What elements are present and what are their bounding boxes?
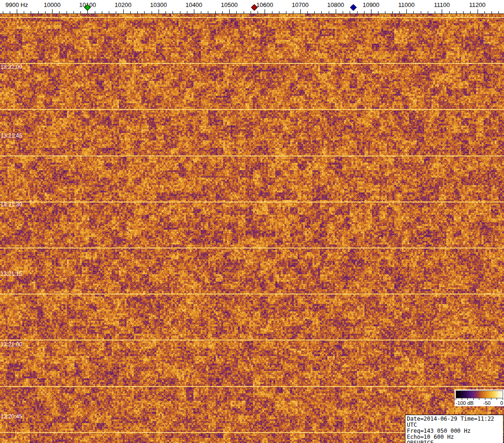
ruler-minor-tick — [413, 11, 414, 13]
ruler-minor-tick — [102, 11, 102, 13]
frequency-tick-label: 10900 — [363, 1, 379, 8]
color-scale-gradient — [456, 390, 503, 398]
ruler-minor-tick — [484, 11, 485, 13]
ruler-minor-tick — [66, 11, 67, 13]
ruler-minor-tick — [130, 11, 131, 13]
waterfall-canvas — [0, 14, 504, 443]
ruler-minor-tick — [24, 11, 24, 13]
ruler-minor-tick — [80, 11, 81, 13]
ruler-minor-tick — [109, 11, 109, 13]
ruler-minor-tick — [201, 11, 201, 13]
ruler-minor-tick — [45, 11, 46, 13]
frequency-tick-label: 10000 — [44, 1, 60, 8]
ruler-minor-tick — [421, 11, 421, 13]
waterfall-plot: 13:22:0013:21:4513:21:3013:21:1513:21:00… — [0, 14, 504, 443]
ruler-minor-tick — [343, 11, 343, 13]
ruler-major-tick — [123, 9, 124, 13]
ruler-minor-tick — [456, 11, 457, 13]
ruler-minor-tick — [392, 11, 393, 13]
ruler-minor-tick — [144, 11, 145, 13]
frequency-tick-label: 10800 — [327, 1, 344, 8]
ruler-minor-tick — [314, 11, 315, 13]
legend-label-mid: -50 — [483, 400, 491, 406]
ruler-minor-tick — [272, 11, 272, 13]
ruler-minor-tick — [59, 11, 60, 13]
frequency-tick-label: 11000 — [398, 1, 415, 8]
frequency-tick-label: 10500 — [221, 1, 238, 8]
time-tick-label: 13:21:30 — [0, 201, 22, 208]
ruler-minor-tick — [463, 11, 464, 13]
ruler-major-tick — [300, 9, 301, 13]
ruler-minor-tick — [187, 11, 187, 13]
ruler-minor-tick — [435, 11, 435, 13]
ruler-minor-tick — [222, 11, 223, 13]
ruler-major-tick — [194, 9, 194, 13]
ruler-minor-tick — [10, 11, 10, 13]
ruler-major-tick — [17, 9, 17, 13]
time-tick-label: 13:22:00 — [0, 64, 22, 70]
ruler-minor-tick — [307, 11, 308, 13]
marker-blue-diamond-icon[interactable] — [350, 4, 357, 11]
ruler-minor-tick — [258, 11, 258, 13]
ruler-minor-tick — [208, 11, 208, 13]
ruler-minor-tick — [286, 11, 286, 13]
ruler-major-tick — [159, 9, 159, 13]
ruler-minor-tick — [31, 11, 31, 13]
ruler-minor-tick — [428, 11, 428, 13]
ruler-minor-tick — [378, 11, 378, 13]
ruler-minor-tick — [3, 11, 3, 13]
ruler-minor-tick — [329, 11, 329, 13]
frequency-ruler: 9900 Hz100001010010200103001040010500106… — [0, 0, 504, 14]
ruler-minor-tick — [95, 11, 95, 13]
ruler-minor-tick — [152, 11, 152, 13]
frequency-tick-label: 10600 — [256, 1, 273, 8]
ruler-major-tick — [265, 9, 265, 13]
ruler-major-tick — [371, 9, 371, 13]
ruler-major-tick — [52, 9, 53, 13]
ruler-minor-tick — [244, 11, 244, 13]
frequency-tick-label: 10700 — [292, 1, 309, 8]
ruler-major-tick — [336, 9, 336, 13]
frequency-tick-label: 11200 — [469, 1, 485, 8]
ruler-minor-tick — [215, 11, 216, 13]
ruler-major-tick — [229, 9, 230, 13]
ruler-minor-tick — [166, 11, 166, 13]
time-tick-label: 13:21:00 — [0, 341, 22, 348]
time-tick-label: 13:21:45 — [0, 132, 22, 139]
ruler-minor-tick — [293, 11, 293, 13]
ruler-minor-tick — [399, 11, 400, 13]
time-tick-label: 13:20:45 — [0, 413, 22, 420]
ruler-minor-tick — [38, 11, 39, 13]
color-scale-legend: -100 dB -50 0 — [455, 390, 504, 406]
ruler-minor-tick — [137, 11, 138, 13]
frequency-tick-label: 10400 — [186, 1, 202, 8]
ruler-minor-tick — [116, 11, 116, 13]
spectrogram-app: 9900 Hz100001010010200103001040010500106… — [0, 0, 504, 443]
ruler-major-tick — [477, 9, 478, 13]
ruler-minor-tick — [364, 11, 365, 13]
ruler-major-tick — [442, 9, 442, 13]
time-tick-label: 13:21:15 — [0, 271, 22, 277]
ruler-minor-tick — [470, 11, 471, 13]
legend-label-min: -100 dB — [456, 400, 474, 406]
ruler-minor-tick — [172, 11, 173, 13]
color-scale-labels: -100 dB -50 0 — [456, 400, 503, 406]
ruler-minor-tick — [321, 11, 322, 13]
frequency-tick-label: 11100 — [434, 1, 450, 8]
frequency-tick-label: 9900 Hz — [6, 1, 28, 8]
ruler-minor-tick — [251, 11, 251, 13]
frequency-tick-label: 10200 — [115, 1, 132, 8]
ruler-minor-tick — [357, 11, 358, 13]
info-station-name: OBSUPICE — [407, 440, 502, 443]
ruler-minor-tick — [279, 11, 279, 13]
legend-label-max: 0 — [500, 400, 503, 406]
ruler-minor-tick — [350, 11, 350, 13]
frequency-tick-label: 10300 — [150, 1, 167, 8]
observation-info-box: Date=2014-06-29 Time=11:22 UTC Freq=143 … — [405, 415, 504, 443]
ruler-minor-tick — [236, 11, 237, 13]
ruler-minor-tick — [385, 11, 385, 13]
ruler-major-tick — [406, 9, 407, 13]
ruler-minor-tick — [498, 11, 499, 13]
ruler-minor-tick — [180, 11, 180, 13]
ruler-minor-tick — [73, 11, 74, 13]
